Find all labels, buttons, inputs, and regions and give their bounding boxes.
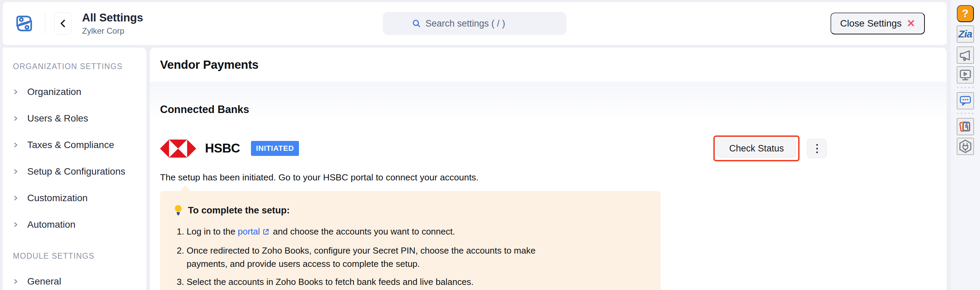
more-options-button[interactable] [807,139,827,158]
content-row: ORGANIZATION SETTINGSOrganizationUsers &… [3,48,947,290]
rail-divider-dots [957,113,974,114]
external-link-icon [262,226,270,239]
header-divider [45,13,45,34]
zoho-apps-icon [958,119,973,134]
chevron-right-icon [13,142,18,148]
sidebar-item-label: Automation [27,219,76,230]
app-root: All Settings Zylker Corp Close Settings … [0,0,980,290]
video-monitor-play-icon [958,68,972,82]
close-settings-label: Close Settings [840,18,902,29]
main-column: All Settings Zylker Corp Close Settings … [0,0,950,290]
sidebar-item-automation[interactable]: Automation [13,211,143,238]
back-button[interactable] [54,12,72,35]
integrations-plug-button[interactable] [957,138,974,155]
search-icon [412,19,421,28]
header-titles: All Settings Zylker Corp [82,11,143,36]
chevron-right-icon [13,116,18,122]
chevron-right-icon [13,168,18,174]
zia-icon: Zia [958,28,972,40]
chevron-right-icon [13,195,18,201]
annotation-highlight: Check Status [713,135,800,161]
sidebar-item-general[interactable]: General [13,268,143,290]
close-settings-button[interactable]: Close Settings ✕ [830,13,925,34]
megaphone-icon [958,48,972,62]
bank-name: HSBC [205,141,240,155]
integrations-plug-icon [958,139,973,154]
sidebar-item-organization[interactable]: Organization [13,79,143,105]
video-tutorials-button[interactable] [957,67,974,83]
chat-feedback-icon [958,93,972,108]
close-icon: ✕ [907,18,915,29]
settings-search[interactable] [383,12,566,35]
hsbc-logo-icon [160,139,196,158]
sidebar-item-label: Organization [27,86,81,97]
sidebar-item-label: General [27,276,61,287]
chevron-right-icon [13,279,18,285]
feedback-chat-button[interactable] [957,92,974,109]
sidebar-section-heading: MODULE SETTINGS [13,252,143,261]
tip-title-row: To complete the setup: [173,204,648,216]
setup-step: Log in to the portal and choose the acco… [186,225,536,239]
announcements-button[interactable] [957,47,974,63]
top-bar: All Settings Zylker Corp Close Settings … [3,2,947,45]
tip-title: To complete the setup: [188,205,290,216]
search-input[interactable] [426,18,538,29]
setup-tip-box: To complete the setup: Log in to the por… [160,191,660,290]
zia-button[interactable]: Zia ✦ [957,25,974,43]
chevron-right-icon [13,89,18,95]
setup-step: Select the accounts in Zoho Books to fet… [186,275,536,288]
check-status-button[interactable]: Check Status [717,139,796,158]
sidebar-item-label: Users & Roles [27,113,88,124]
vendor-payments-panel: Vendor Payments Connected Banks HS [150,48,947,290]
sidebar-item-setup-configurations[interactable]: Setup & Configurations [13,158,143,185]
organization-name: Zylker Corp [82,26,143,36]
bank-description: The setup has been initiated. Go to your… [160,172,947,183]
chevron-right-icon [13,222,18,228]
connected-banks-title: Connected Banks [160,103,947,116]
right-icon-rail: ? Zia ✦ [950,0,980,290]
bank-actions: Check Status [713,135,827,161]
portal-link[interactable]: portal [238,227,260,236]
kebab-icon [816,144,818,146]
sidebar-section-list: General [13,268,143,290]
sidebar-section-list: OrganizationUsers & RolesTaxes & Complia… [13,79,143,238]
setup-steps-list: Log in to the portal and choose the acco… [173,225,536,288]
zoho-books-logo-icon [13,12,35,35]
chevron-left-icon [59,19,67,28]
panel-body: Connected Banks HSBC INITIATED [150,82,947,290]
bank-row: HSBC INITIATED Check Status [160,135,827,161]
lightbulb-icon [173,204,183,216]
sidebar-item-label: Taxes & Compliance [27,139,114,151]
help-button[interactable]: ? [957,5,974,22]
zoho-apps-button[interactable] [957,118,974,135]
bank-identity: HSBC INITIATED [160,139,299,158]
sidebar-section-heading: ORGANIZATION SETTINGS [13,62,143,71]
help-icon: ? [962,8,969,20]
sidebar-item-customization[interactable]: Customization [13,185,143,211]
zoho-books-logo[interactable] [12,11,36,35]
sidebar-item-label: Customization [27,193,88,204]
page-header-title: All Settings [82,11,143,24]
sidebar-item-taxes-compliance[interactable]: Taxes & Compliance [13,132,143,158]
setup-step: Once redirected to Zoho Books, configure… [186,244,536,271]
sidebar-item-users-roles[interactable]: Users & Roles [13,105,143,132]
rail-divider-dots [957,87,974,88]
sidebar-item-label: Setup & Configurations [27,166,125,177]
settings-sidebar: ORGANIZATION SETTINGSOrganizationUsers &… [3,48,146,290]
page-title: Vendor Payments [160,58,947,71]
status-badge: INITIATED [251,141,299,156]
